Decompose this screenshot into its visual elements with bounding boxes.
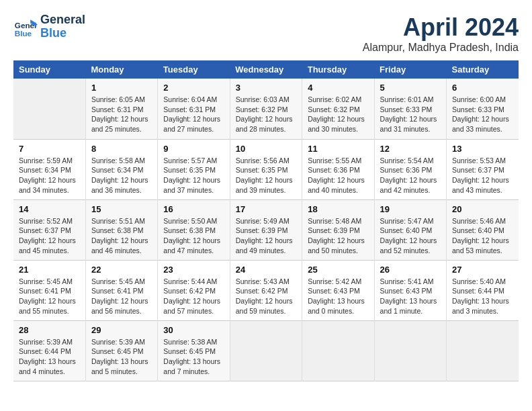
calendar-cell: 6Sunrise: 6:00 AM Sunset: 6:33 PM Daylig…: [447, 79, 519, 139]
day-info: Sunrise: 5:39 AM Sunset: 6:45 PM Dayligh…: [91, 337, 152, 377]
header-tuesday: Tuesday: [158, 60, 230, 79]
day-info: Sunrise: 5:50 AM Sunset: 6:38 PM Dayligh…: [163, 216, 224, 256]
day-number: 23: [163, 265, 224, 275]
calendar-cell: 3Sunrise: 6:03 AM Sunset: 6:32 PM Daylig…: [230, 79, 302, 139]
day-info: Sunrise: 5:56 AM Sunset: 6:35 PM Dayligh…: [236, 156, 296, 195]
day-number: 7: [19, 144, 80, 154]
day-info: Sunrise: 5:43 AM Sunset: 6:42 PM Dayligh…: [236, 277, 296, 316]
calendar-cell: [447, 320, 519, 381]
day-number: 28: [19, 325, 80, 335]
day-number: 21: [19, 265, 80, 275]
calendar-cell: 24Sunrise: 5:43 AM Sunset: 6:42 PM Dayli…: [230, 260, 302, 320]
day-number: 30: [163, 325, 224, 335]
day-info: Sunrise: 6:04 AM Sunset: 6:31 PM Dayligh…: [163, 95, 224, 134]
calendar-cell: 10Sunrise: 5:56 AM Sunset: 6:35 PM Dayli…: [230, 139, 302, 199]
day-info: Sunrise: 6:05 AM Sunset: 6:31 PM Dayligh…: [91, 95, 152, 134]
calendar-cell: 12Sunrise: 5:54 AM Sunset: 6:36 PM Dayli…: [374, 139, 446, 199]
day-number: 18: [308, 204, 368, 214]
calendar-cell: 18Sunrise: 5:48 AM Sunset: 6:39 PM Dayli…: [302, 199, 374, 260]
day-number: 15: [91, 204, 152, 214]
calendar-cell: 11Sunrise: 5:55 AM Sunset: 6:36 PM Dayli…: [302, 139, 374, 199]
svg-text:Blue: Blue: [15, 28, 32, 37]
day-number: 10: [236, 144, 296, 154]
calendar-table: SundayMondayTuesdayWednesdayThursdayFrid…: [13, 60, 519, 381]
calendar-cell: [374, 320, 446, 381]
calendar-cell: 4Sunrise: 6:02 AM Sunset: 6:32 PM Daylig…: [302, 79, 374, 139]
subtitle: Alampur, Madhya Pradesh, India: [363, 42, 519, 54]
header-thursday: Thursday: [302, 60, 374, 79]
day-info: Sunrise: 5:47 AM Sunset: 6:40 PM Dayligh…: [380, 216, 441, 256]
logo-line1: General: [40, 13, 85, 27]
day-number: 26: [380, 265, 441, 275]
header-friday: Friday: [374, 60, 446, 79]
day-number: 27: [452, 265, 513, 275]
day-number: 16: [163, 204, 224, 214]
day-number: 2: [163, 83, 224, 93]
day-number: 24: [236, 265, 296, 275]
header-sunday: Sunday: [13, 60, 85, 79]
day-number: 1: [91, 83, 152, 93]
calendar-cell: 23Sunrise: 5:44 AM Sunset: 6:42 PM Dayli…: [158, 260, 230, 320]
day-info: Sunrise: 6:01 AM Sunset: 6:33 PM Dayligh…: [380, 95, 441, 134]
calendar-cell: 8Sunrise: 5:58 AM Sunset: 6:34 PM Daylig…: [85, 139, 157, 199]
day-info: Sunrise: 5:48 AM Sunset: 6:39 PM Dayligh…: [308, 216, 368, 256]
day-info: Sunrise: 5:51 AM Sunset: 6:38 PM Dayligh…: [91, 216, 152, 256]
day-number: 11: [308, 144, 368, 154]
logo-line2: Blue: [40, 27, 85, 40]
calendar-header-row: SundayMondayTuesdayWednesdayThursdayFrid…: [13, 60, 519, 79]
header-monday: Monday: [85, 60, 157, 79]
day-number: 12: [380, 144, 441, 154]
calendar-cell: 7Sunrise: 5:59 AM Sunset: 6:34 PM Daylig…: [13, 139, 85, 199]
calendar-week-row: 7Sunrise: 5:59 AM Sunset: 6:34 PM Daylig…: [13, 139, 519, 199]
day-info: Sunrise: 5:41 AM Sunset: 6:43 PM Dayligh…: [380, 277, 441, 316]
day-number: 5: [380, 83, 441, 93]
calendar-cell: 2Sunrise: 6:04 AM Sunset: 6:31 PM Daylig…: [158, 79, 230, 139]
main-title: April 2024: [363, 13, 519, 42]
calendar-week-row: 1Sunrise: 6:05 AM Sunset: 6:31 PM Daylig…: [13, 79, 519, 139]
calendar-cell: [230, 320, 302, 381]
day-info: Sunrise: 6:02 AM Sunset: 6:32 PM Dayligh…: [308, 95, 368, 134]
calendar-cell: 17Sunrise: 5:49 AM Sunset: 6:39 PM Dayli…: [230, 199, 302, 260]
day-number: 6: [452, 83, 513, 93]
day-info: Sunrise: 5:53 AM Sunset: 6:37 PM Dayligh…: [452, 156, 513, 195]
header-wednesday: Wednesday: [230, 60, 302, 79]
day-number: 22: [91, 265, 152, 275]
logo-text: General Blue: [40, 13, 85, 40]
calendar-cell: 1Sunrise: 6:05 AM Sunset: 6:31 PM Daylig…: [85, 79, 157, 139]
day-info: Sunrise: 5:55 AM Sunset: 6:36 PM Dayligh…: [308, 156, 368, 195]
day-info: Sunrise: 5:59 AM Sunset: 6:34 PM Dayligh…: [19, 156, 80, 195]
day-info: Sunrise: 5:54 AM Sunset: 6:36 PM Dayligh…: [380, 156, 441, 195]
day-number: 25: [308, 265, 368, 275]
calendar-cell: 22Sunrise: 5:45 AM Sunset: 6:41 PM Dayli…: [85, 260, 157, 320]
logo: General Blue General Blue: [13, 13, 85, 40]
day-number: 17: [236, 204, 296, 214]
calendar-cell: 25Sunrise: 5:42 AM Sunset: 6:43 PM Dayli…: [302, 260, 374, 320]
calendar-cell: 5Sunrise: 6:01 AM Sunset: 6:33 PM Daylig…: [374, 79, 446, 139]
title-block: April 2024 Alampur, Madhya Pradesh, Indi…: [363, 13, 519, 54]
calendar-cell: 16Sunrise: 5:50 AM Sunset: 6:38 PM Dayli…: [158, 199, 230, 260]
day-number: 14: [19, 204, 80, 214]
day-info: Sunrise: 5:39 AM Sunset: 6:44 PM Dayligh…: [19, 337, 80, 377]
calendar-cell: 26Sunrise: 5:41 AM Sunset: 6:43 PM Dayli…: [374, 260, 446, 320]
page-header: General Blue General Blue April 2024 Ala…: [13, 13, 519, 54]
day-number: 8: [91, 144, 152, 154]
calendar-cell: 21Sunrise: 5:45 AM Sunset: 6:41 PM Dayli…: [13, 260, 85, 320]
day-number: 9: [163, 144, 224, 154]
calendar-cell: 14Sunrise: 5:52 AM Sunset: 6:37 PM Dayli…: [13, 199, 85, 260]
day-info: Sunrise: 5:49 AM Sunset: 6:39 PM Dayligh…: [236, 216, 296, 256]
calendar-week-row: 28Sunrise: 5:39 AM Sunset: 6:44 PM Dayli…: [13, 320, 519, 381]
day-number: 13: [452, 144, 513, 154]
calendar-cell: [13, 79, 85, 139]
calendar-cell: 27Sunrise: 5:40 AM Sunset: 6:44 PM Dayli…: [447, 260, 519, 320]
day-info: Sunrise: 5:40 AM Sunset: 6:44 PM Dayligh…: [452, 277, 513, 316]
calendar-cell: 13Sunrise: 5:53 AM Sunset: 6:37 PM Dayli…: [447, 139, 519, 199]
day-info: Sunrise: 6:00 AM Sunset: 6:33 PM Dayligh…: [452, 95, 513, 134]
logo-icon: General Blue: [13, 15, 38, 39]
day-info: Sunrise: 6:03 AM Sunset: 6:32 PM Dayligh…: [236, 95, 296, 134]
day-info: Sunrise: 5:58 AM Sunset: 6:34 PM Dayligh…: [91, 156, 152, 195]
calendar-cell: 9Sunrise: 5:57 AM Sunset: 6:35 PM Daylig…: [158, 139, 230, 199]
day-info: Sunrise: 5:44 AM Sunset: 6:42 PM Dayligh…: [163, 277, 224, 316]
calendar-week-row: 21Sunrise: 5:45 AM Sunset: 6:41 PM Dayli…: [13, 260, 519, 320]
day-number: 3: [236, 83, 296, 93]
day-info: Sunrise: 5:45 AM Sunset: 6:41 PM Dayligh…: [19, 277, 80, 316]
